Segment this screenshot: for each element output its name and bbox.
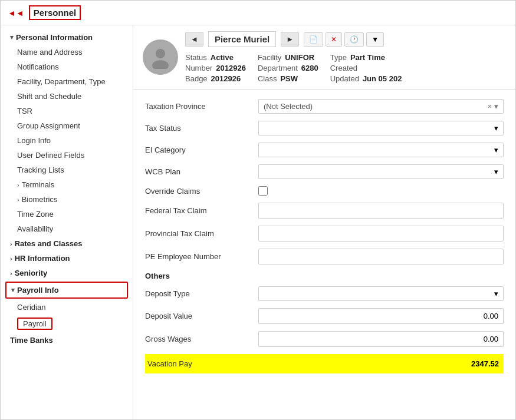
- facility-label: Facility: [258, 53, 281, 62]
- pe-employee-number-row: PE Employee Number: [145, 249, 504, 264]
- override-claims-row: Override Claims: [145, 186, 504, 196]
- vacation-pay-row: Vacation Pay: [145, 354, 504, 373]
- number-value: 2012926: [216, 64, 246, 72]
- chevron-down-icon[interactable]: ▾: [494, 145, 498, 154]
- sidebar-item-hr-information[interactable]: › HR Information: [1, 251, 133, 266]
- provincial-tax-claim-label: Provincial Tax Claim: [145, 229, 251, 238]
- close-button[interactable]: ✕: [326, 32, 342, 47]
- sidebar-item-shift-and-schedule[interactable]: Shift and Schedule: [1, 89, 133, 104]
- class-value: PSW: [280, 74, 298, 83]
- taxation-province-label: Taxation Province: [145, 102, 251, 111]
- others-section-title: Others: [145, 272, 504, 280]
- sidebar-item-name-and-address[interactable]: Name and Address: [1, 45, 133, 59]
- sidebar-item-label: Login Info: [17, 136, 51, 145]
- excel-export-button[interactable]: 📄: [304, 32, 323, 47]
- wcb-plan-row: WCB Plan ▾: [145, 164, 504, 179]
- pe-employee-number-label: PE Employee Number: [145, 252, 251, 261]
- taxation-province-select[interactable]: (Not Selected) × ▾: [258, 99, 504, 114]
- facility-value: UNIFOR: [285, 53, 314, 62]
- avatar: [143, 39, 178, 75]
- sidebar-item-payroll-info[interactable]: ▾ Payroll Info: [6, 283, 127, 297]
- clear-icon[interactable]: ×: [487, 102, 492, 111]
- more-button[interactable]: ▼: [366, 32, 384, 47]
- sidebar-item-login-info[interactable]: Login Info: [1, 133, 133, 148]
- gross-wages-label: Gross Wages: [145, 335, 251, 343]
- sidebar-item-tracking-lists[interactable]: Tracking Lists: [1, 163, 133, 177]
- sidebar-item-time-banks[interactable]: Time Banks: [1, 333, 133, 348]
- sidebar-item-user-defined-fields[interactable]: User Defined Fields: [1, 148, 133, 163]
- sidebar-item-label: TSR: [17, 107, 32, 115]
- badge-value: 2012926: [211, 74, 241, 83]
- taxation-province-value: (Not Selected): [264, 102, 487, 111]
- next-employee-button[interactable]: ►: [281, 32, 299, 47]
- deposit-type-row: Deposit Type ▾: [145, 286, 504, 301]
- tax-status-select[interactable]: ▾: [258, 121, 504, 135]
- wcb-plan-select[interactable]: ▾: [258, 164, 504, 179]
- chevron-down-icon[interactable]: ▾: [494, 167, 498, 176]
- chevron-right-icon: ›: [10, 240, 12, 247]
- vacation-pay-input[interactable]: [258, 356, 504, 371]
- app-title: Personnel: [29, 5, 81, 20]
- class-label: Class: [258, 74, 277, 83]
- sidebar-item-rates-and-classes[interactable]: › Rates and Classes: [1, 236, 133, 251]
- override-claims-checkbox[interactable]: [258, 186, 268, 196]
- sidebar-item-availability[interactable]: Availability: [1, 221, 133, 236]
- sidebar-item-terminals[interactable]: › Terminals: [1, 177, 133, 192]
- sidebar-item-facility-dept-type[interactable]: Facility, Department, Type: [1, 74, 133, 89]
- deposit-value-input[interactable]: [258, 308, 504, 324]
- sidebar-item-label: Ceridian: [17, 303, 45, 312]
- sidebar-item-time-zone[interactable]: Time Zone: [1, 207, 133, 221]
- deposit-type-label: Deposit Type: [145, 289, 251, 298]
- override-claims-label: Override Claims: [145, 187, 251, 196]
- sidebar-item-group-assignment[interactable]: Group Assignment: [1, 118, 133, 133]
- sidebar-item-label: Payroll Info: [17, 286, 59, 295]
- sidebar-item-personal-information[interactable]: ▾ Personal Information: [1, 30, 133, 45]
- sidebar-item-payroll[interactable]: Payroll: [1, 315, 133, 333]
- svg-point-1: [152, 60, 169, 69]
- pe-employee-number-input[interactable]: [258, 249, 504, 264]
- badge-label: Badge: [185, 74, 208, 83]
- chevron-down-icon: ▾: [10, 34, 14, 41]
- payroll-button[interactable]: Payroll: [17, 318, 52, 330]
- taxation-province-row: Taxation Province (Not Selected) × ▾: [145, 99, 504, 114]
- sidebar-item-label: Personal Information: [16, 33, 93, 42]
- sidebar-item-label: HR Information: [15, 254, 70, 263]
- chevron-down-icon[interactable]: ▾: [494, 289, 498, 298]
- sidebar-item-label: User Defined Fields: [17, 151, 84, 160]
- sidebar-item-biometrics[interactable]: › Biometrics: [1, 192, 133, 207]
- federal-tax-claim-input[interactable]: 0: [258, 203, 504, 219]
- back-icon[interactable]: ◄◄: [8, 8, 24, 18]
- sidebar-item-label: Facility, Department, Type: [17, 77, 106, 86]
- sidebar-item-label: Biometrics: [22, 195, 58, 204]
- deposit-value-label: Deposit Value: [145, 312, 251, 320]
- svg-point-0: [156, 49, 165, 58]
- prev-employee-button[interactable]: ◄: [185, 32, 203, 47]
- department-label: Department: [258, 64, 298, 72]
- gross-wages-input[interactable]: [258, 331, 504, 347]
- sidebar-item-tsr[interactable]: TSR: [1, 104, 133, 118]
- chevron-down-icon[interactable]: ▾: [494, 102, 498, 111]
- chevron-down-icon[interactable]: ▾: [494, 124, 498, 133]
- deposit-value-row: Deposit Value: [145, 308, 504, 324]
- tax-status-label: Tax Status: [145, 124, 251, 133]
- status-label: Status: [185, 53, 207, 62]
- deposit-type-select[interactable]: ▾: [258, 286, 504, 301]
- sidebar-item-label: Notifications: [17, 62, 59, 71]
- number-label: Number: [185, 64, 212, 72]
- employee-info-grid: Status Active Number 2012926 Badge 20129…: [185, 53, 506, 83]
- sidebar-item-ceridian[interactable]: Ceridian: [1, 300, 133, 315]
- chevron-down-icon: ▾: [11, 286, 15, 294]
- sidebar-item-label: Time Banks: [10, 336, 53, 345]
- ei-category-select[interactable]: ▾: [258, 143, 504, 157]
- gross-wages-row: Gross Wages: [145, 331, 504, 347]
- sidebar-item-label: Time Zone: [17, 210, 54, 219]
- sidebar-item-label: Rates and Classes: [15, 239, 83, 248]
- sidebar-item-notifications[interactable]: Notifications: [1, 59, 133, 74]
- history-button[interactable]: 🕐: [344, 32, 364, 47]
- sidebar-item-label: Availability: [17, 224, 53, 233]
- wcb-plan-label: WCB Plan: [145, 167, 251, 176]
- provincial-tax-claim-input[interactable]: 0: [258, 226, 504, 242]
- created-label: Created: [330, 64, 357, 72]
- sidebar-item-label: Terminals: [22, 180, 55, 189]
- sidebar-item-seniority[interactable]: › Seniority: [1, 266, 133, 280]
